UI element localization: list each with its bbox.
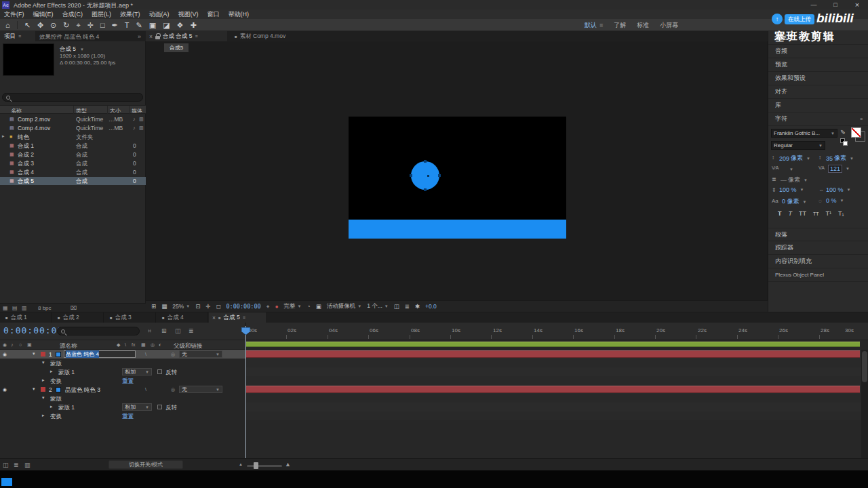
composition-viewport[interactable] (349, 117, 566, 239)
work-area-bar[interactable] (246, 342, 860, 347)
tool-selection-icon[interactable]: ↖ (24, 21, 31, 30)
mask-group-row[interactable]: ▾ 蒙版 (0, 394, 245, 403)
panel-menu-icon[interactable]: ≡ (18, 34, 21, 39)
zoom-out-icon[interactable]: ▲ (239, 462, 243, 466)
composition-mini-flowchart-icon[interactable]: ⌗ (148, 327, 151, 335)
crosshair-icon[interactable]: ✛ (205, 303, 210, 310)
menu-window[interactable]: 窗口 (208, 10, 220, 19)
column-name[interactable]: 名称 (11, 107, 22, 115)
column-type[interactable]: 类型 (76, 107, 87, 115)
viewer-current-time[interactable]: 0:00:00:00 (226, 303, 260, 310)
film-icon[interactable]: ▤ (12, 305, 18, 311)
layer-row[interactable]: ◉ ▾ 1 品蓝色 纯色 4 \ ◎ 无 ▼ (0, 350, 245, 359)
scrollbar-thumb[interactable] (862, 351, 867, 382)
tracking-value[interactable]: 121 ▼ (828, 165, 850, 173)
tool-pen-icon[interactable]: ✒ (112, 21, 118, 30)
project-row[interactable]: ▸ ■ 纯色 文件夹 (0, 133, 146, 141)
kerning-select[interactable]: ▼ (789, 167, 793, 171)
frame-blending-icon[interactable]: ≣ (189, 327, 194, 334)
toggle-switches-modes-button[interactable]: 切换开关/模式 (108, 460, 183, 469)
player-progress-chip[interactable] (1, 478, 12, 486)
zoom-in-icon[interactable]: ▲ (285, 461, 291, 468)
pickwhip-icon[interactable]: ◎ (171, 387, 175, 392)
tool-eraser-icon[interactable]: ◪ (163, 21, 170, 30)
time-ruler[interactable]: :00s 02s 04s 06s 08s 10s 12s 14s 16s 18s… (245, 323, 860, 340)
horizontal-scale-value[interactable]: 100 % ▼ (826, 186, 850, 193)
project-row[interactable]: ▦ 合成 3 合成 0 (0, 159, 146, 167)
current-time-display[interactable]: 0:00:00:00 (3, 325, 63, 336)
blue-bar-layer[interactable] (349, 220, 566, 239)
hide-shy-layers-icon[interactable]: ◫ (175, 327, 181, 334)
invert-checkbox[interactable] (157, 405, 162, 409)
graph-editor-icon[interactable]: ≣ (14, 462, 19, 468)
all-caps-button[interactable]: TT (799, 210, 806, 217)
font-style-select[interactable]: Regular ▼ (771, 141, 825, 150)
project-row[interactable]: ▦ 合成 4 合成 0 (0, 168, 146, 176)
maximize-button[interactable]: □ (825, 0, 846, 9)
project-search-input[interactable] (2, 93, 143, 102)
reset-link[interactable]: 重置 (122, 413, 134, 421)
vertical-scale-value[interactable]: 100 % ▼ (779, 186, 804, 193)
bit-depth-button[interactable]: 8 bpc (38, 305, 52, 311)
workspace-standard[interactable]: 标准 (637, 21, 649, 30)
tab-comp-1[interactable]: ■合成 1 (0, 312, 52, 323)
menu-help[interactable]: 帮助(H) (229, 10, 250, 19)
tab-comp-5-active[interactable]: × ■ 合成 5 ≡ (209, 312, 266, 323)
panel-preview[interactable]: 预览 (768, 58, 868, 72)
panel-audio[interactable]: 音频 (768, 45, 868, 58)
menu-layer[interactable]: 图层(L) (92, 10, 111, 19)
twirl-closed-icon[interactable]: ▸ (2, 134, 5, 139)
twirl-closed-icon[interactable]: ▸ (42, 413, 45, 418)
panel-libraries[interactable]: 库 (768, 99, 868, 113)
snapshot-camera-icon[interactable]: ⌖ (267, 303, 270, 310)
fill-color-swatch[interactable] (851, 127, 861, 138)
viewer-comp-tab[interactable]: 合成5 (164, 43, 189, 52)
project-row[interactable]: ▦ 合成 1 合成 0 (0, 142, 146, 150)
tool-pan-behind-icon[interactable]: ✛ (87, 21, 94, 30)
twirl-open-icon[interactable]: ▾ (33, 351, 35, 357)
twirl-open-icon[interactable]: ▾ (42, 360, 45, 365)
layer-duration-bar[interactable] (246, 386, 860, 393)
superscript-button[interactable]: T¹ (826, 210, 832, 217)
tool-shape-icon[interactable]: □ (100, 21, 105, 29)
folder-create-icon[interactable]: ▥ (22, 305, 27, 311)
font-size-value[interactable]: 209 像素 ▼ (779, 154, 810, 163)
tab-composition-active[interactable]: × 合成 合成 5 ≡ (146, 31, 227, 41)
camera-select[interactable]: 活动摄像机▼ (327, 302, 361, 310)
view-layout-select[interactable]: 1 个...▼ (367, 302, 389, 310)
tool-camera-icon[interactable]: ⌖ (77, 21, 81, 30)
twirl-open-icon[interactable]: ▾ (33, 386, 35, 392)
subscript-button[interactable]: T₁ (838, 210, 844, 217)
twirl-closed-icon[interactable]: ▸ (50, 404, 53, 409)
column-size[interactable]: 大小 (110, 107, 121, 115)
menu-edit[interactable]: 编辑(E) (33, 10, 54, 19)
workspace-menu-icon[interactable]: ≡ (599, 22, 603, 28)
project-row-selected[interactable]: ▦ 合成 5 合成 0 (0, 177, 146, 185)
mask-row[interactable]: ▸ 蒙版 1 相加 ▼ 反转 (0, 403, 245, 411)
zoom-select[interactable]: 25%▼ (172, 303, 190, 310)
tab-project[interactable]: 项目 ≡ (0, 31, 35, 41)
stroke-width-value[interactable]: — 像素 ▼ (781, 176, 808, 184)
panel-menu-icon[interactable]: ≡ (195, 34, 197, 39)
project-row[interactable]: ▤ Comp 4.mov QuickTime …MB ♪ ▥ (0, 124, 146, 132)
grid-icon[interactable]: ▦ (3, 305, 8, 311)
tool-brush-icon[interactable]: ✎ (136, 21, 142, 30)
label-color-chip[interactable] (41, 352, 45, 357)
timeline-jump-icon[interactable]: ≣ (405, 303, 410, 310)
grid-options-icon[interactable]: ▦ (161, 303, 167, 310)
tab-comp-3[interactable]: ■合成 3 (104, 312, 156, 323)
panel-character[interactable]: 字符 ≡ (768, 113, 868, 126)
mask-vertex[interactable] (424, 188, 427, 191)
panel-menu-icon[interactable]: ≡ (243, 315, 245, 320)
workspace-learn[interactable]: 了解 (614, 21, 626, 30)
quality-switch[interactable]: \ (145, 352, 146, 357)
tool-orbit-icon[interactable]: ↻ (63, 21, 69, 30)
parent-select[interactable]: 无 ▼ (179, 386, 222, 393)
close-button[interactable]: × (846, 0, 868, 9)
flowchart-icon[interactable]: ✱ (415, 303, 420, 310)
twirl-closed-icon[interactable]: ▸ (42, 378, 45, 383)
menu-file[interactable]: 文件(F) (4, 10, 24, 19)
tool-type-icon[interactable]: T (125, 21, 130, 29)
zoom-slider-handle[interactable] (254, 462, 258, 469)
panel-effects-presets[interactable]: 效果和预设 (768, 72, 868, 85)
